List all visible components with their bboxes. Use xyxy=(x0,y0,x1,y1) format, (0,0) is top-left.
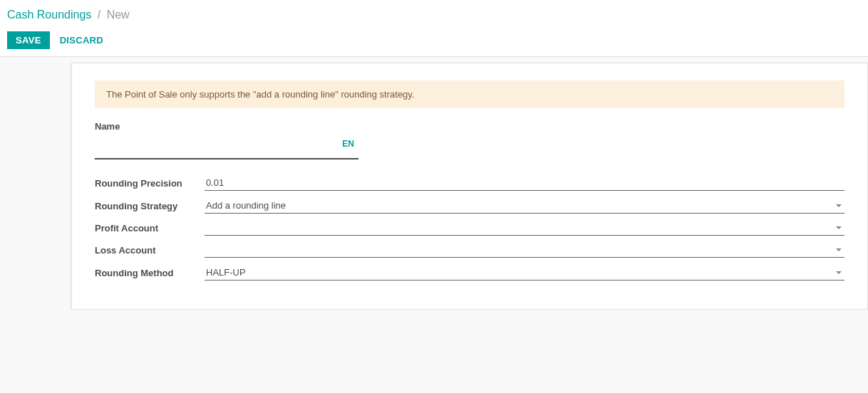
rounding-strategy-value: Add a rounding line xyxy=(205,198,844,213)
profit-account-select[interactable] xyxy=(205,221,844,236)
discard-button[interactable]: DISCARD xyxy=(60,35,103,46)
language-badge[interactable]: EN xyxy=(342,139,354,149)
loss-account-value xyxy=(205,243,844,257)
page-header: Cash Roundings / New SAVE DISCARD xyxy=(0,0,868,57)
breadcrumb-current: New xyxy=(107,9,130,21)
name-input-wrap: EN xyxy=(95,135,358,159)
content-area: The Point of Sale only supports the "add… xyxy=(0,63,868,310)
profit-account-label: Profit Account xyxy=(95,223,202,234)
loss-account-label: Loss Account xyxy=(95,245,202,256)
rounding-method-label: Rounding Method xyxy=(95,268,202,278)
breadcrumb: Cash Roundings / New xyxy=(7,9,861,21)
form-grid: Rounding Precision Rounding Strategy Add… xyxy=(95,175,844,281)
rounding-strategy-label: Rounding Strategy xyxy=(95,201,202,211)
save-button[interactable]: SAVE xyxy=(7,31,50,49)
rounding-strategy-select[interactable]: Add a rounding line xyxy=(205,198,844,214)
action-bar: SAVE DISCARD xyxy=(7,31,861,49)
breadcrumb-root-link[interactable]: Cash Roundings xyxy=(7,9,91,21)
name-label: Name xyxy=(95,121,844,132)
rounding-method-value: HALF-UP xyxy=(205,265,844,280)
breadcrumb-separator: / xyxy=(98,9,100,21)
rounding-precision-input[interactable] xyxy=(205,175,844,191)
rounding-method-select[interactable]: HALF-UP xyxy=(205,265,844,281)
name-field-block: Name EN xyxy=(95,121,844,159)
name-input[interactable] xyxy=(95,135,358,159)
loss-account-select[interactable] xyxy=(205,243,844,258)
profit-account-value xyxy=(205,221,844,235)
rounding-precision-label: Rounding Precision xyxy=(95,178,202,189)
alert-warning: The Point of Sale only supports the "add… xyxy=(95,80,844,108)
form-sheet: The Point of Sale only supports the "add… xyxy=(71,63,868,310)
